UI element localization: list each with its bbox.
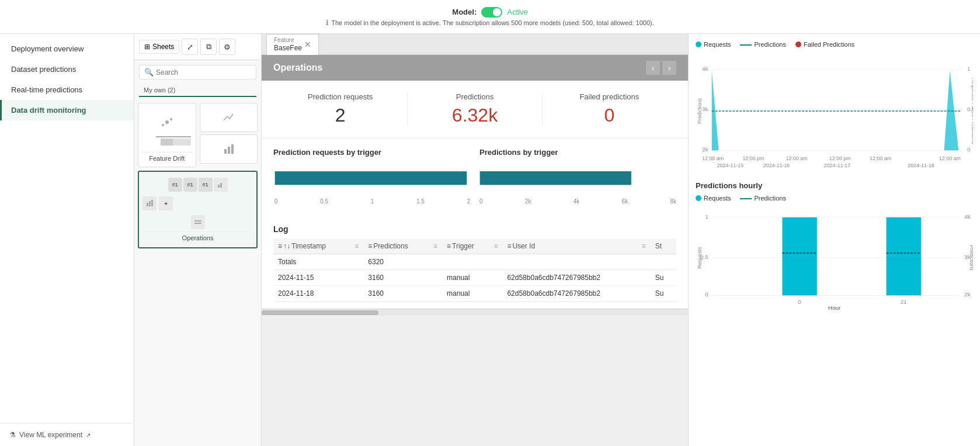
col-header-userid[interactable]: ≡ User Id ≡	[502, 238, 650, 254]
userid-col-label: User Id	[512, 242, 535, 250]
sidebar-item-realtime-predictions[interactable]: Real-time predictions	[0, 79, 134, 100]
svg-text:4k: 4k	[964, 213, 970, 220]
horizontal-scrollbar[interactable]	[262, 309, 688, 316]
log-totals-row: Totals 6320	[273, 254, 676, 270]
charts-section: Prediction requests by trigger 00.511.52…	[262, 139, 688, 217]
move-icon-btn[interactable]: ⤢	[182, 39, 198, 55]
sheet-card-operations[interactable]: #1 #1 #1	[138, 171, 258, 248]
status-col-label: St	[655, 242, 662, 250]
col-menu-uid[interactable]: ≡	[642, 242, 646, 250]
scrollbar-thumb[interactable]	[262, 310, 378, 315]
hourly-legend: Requests Predictions	[696, 195, 973, 202]
hourly-svg: 1 0.5 0 4k 3k 2k	[696, 206, 973, 312]
svg-text:2024-11-15: 2024-11-15	[717, 163, 744, 168]
col-menu-trigger[interactable]: ≡	[494, 242, 498, 250]
failed-predictions-label: Failed predictions	[554, 92, 665, 101]
svg-text:12:00 am: 12:00 am	[870, 155, 891, 161]
tab-bar: Feature BaseFee ✕	[262, 34, 688, 55]
svg-rect-14	[480, 171, 631, 185]
svg-rect-10	[151, 200, 153, 206]
col-header-predictions[interactable]: ≡ Predictions ≡	[363, 238, 442, 254]
svg-rect-4	[228, 147, 230, 154]
nav-next-button[interactable]: ›	[662, 61, 676, 75]
svg-rect-3	[224, 149, 227, 154]
operations-title: Operations	[273, 63, 322, 73]
col-header-trigger[interactable]: ≡ Trigger ≡	[442, 238, 502, 254]
row1-userid: 62d58b0a6cdb747267985bb2	[502, 270, 650, 286]
svg-text:2k: 2k	[702, 146, 708, 153]
sheets-grid: Feature Drift #1 #1	[134, 99, 261, 252]
sidebar-item-deployment-overview[interactable]: Deployment overview	[0, 39, 134, 59]
sidebar-item-data-drift-monitoring[interactable]: Data drift monitoring	[0, 100, 134, 120]
predictions-by-trigger-chart: Predictions by trigger 02k4k6k8k	[479, 148, 676, 208]
col-menu-pred[interactable]: ≡	[433, 242, 437, 250]
time-series-chart: 4k 3k 2k 1 0.5 0 12:00 am 12:00 pm 12:00	[696, 53, 973, 170]
time-series-svg: 4k 3k 2k 1 0.5 0 12:00 am 12:00 pm 12:00	[696, 53, 973, 170]
mini-icon-hash1: #1	[168, 178, 182, 192]
row2-timestamp: 2024-11-18	[273, 286, 363, 302]
top-bar: Model: Active ℹ The model in the deploym…	[0, 0, 980, 34]
row2-status: Su	[651, 286, 676, 302]
metric-predictions: Predictions 6.32k	[408, 92, 542, 126]
model-label: Model:	[452, 8, 477, 16]
row2-trigger: manual	[442, 286, 502, 302]
sheet-card-feature-drift[interactable]: Feature Drift	[138, 103, 196, 167]
sheet-card-small-1[interactable]	[200, 103, 258, 132]
tab-basefee-label: BaseFee	[274, 44, 302, 52]
settings-icon-btn[interactable]: ⚙	[219, 39, 235, 55]
active-status: Active	[507, 8, 527, 16]
col-header-status[interactable]: St	[651, 238, 676, 254]
totals-predictions: 6320	[363, 254, 442, 270]
svg-text:12:00 am: 12:00 am	[786, 155, 808, 161]
duplicate-icon-btn[interactable]: ⧉	[200, 39, 217, 55]
feature-basefee-tab[interactable]: Feature BaseFee ✕	[266, 34, 319, 55]
sheets-button[interactable]: ⊞ Sheets	[139, 40, 179, 54]
svg-rect-46	[782, 217, 816, 296]
trigger-col-label: Trigger	[452, 242, 474, 250]
svg-text:12:00 am: 12:00 am	[939, 155, 961, 161]
tab-feature-label: Feature	[274, 37, 302, 44]
view-ml-experiment-link[interactable]: ⚗ View ML experiment ↗	[0, 423, 134, 446]
row2-predictions: 3160	[363, 286, 442, 302]
main-content: Feature BaseFee ✕ Operations ‹ › Predict…	[262, 34, 688, 446]
svg-rect-6	[218, 185, 220, 188]
requests-legend-dot	[696, 42, 701, 47]
svg-text:2024-11-17: 2024-11-17	[824, 163, 851, 168]
metric-failed-predictions: Failed predictions 0	[543, 92, 676, 126]
operations-header: Operations ‹ ›	[262, 55, 688, 81]
nav-prev-button[interactable]: ‹	[646, 61, 660, 75]
svg-text:0: 0	[798, 299, 801, 305]
svg-rect-11	[194, 220, 201, 222]
hourly-chart: 1 0.5 0 4k 3k 2k	[696, 206, 973, 312]
search-input[interactable]	[156, 68, 251, 77]
log-section: Log ≡ ↑↓ Timestamp ≡	[262, 217, 688, 309]
failed-predictions-value: 0	[554, 105, 665, 126]
hourly-legend-requests: Requests	[696, 195, 731, 202]
svg-rect-47	[887, 217, 921, 296]
search-box[interactable]: 🔍	[139, 65, 256, 79]
hourly-requests-dot	[696, 195, 701, 201]
sheet-card-small-2[interactable]	[200, 134, 258, 164]
nav-arrows: ‹ ›	[646, 61, 676, 75]
col-header-timestamp[interactable]: ≡ ↑↓ Timestamp ≡	[273, 238, 363, 254]
svg-text:21: 21	[901, 299, 907, 305]
requests-legend-label: Requests	[704, 41, 731, 48]
hourly-legend-predictions: Predictions	[740, 195, 786, 202]
svg-text:4k: 4k	[702, 65, 708, 72]
menu-icon-pred: ≡	[368, 242, 372, 250]
hourly-requests-label: Requests	[704, 195, 731, 202]
totals-label: Totals	[273, 254, 363, 270]
sidebar-item-dataset-predictions[interactable]: Dataset predictions	[0, 59, 134, 79]
svg-text:12:00 am: 12:00 am	[702, 155, 724, 161]
mini-icon-puzzle: ✦	[159, 196, 173, 210]
svg-text:Requests: Requests	[697, 247, 703, 269]
col-menu-ts[interactable]: ≡	[355, 242, 359, 250]
sheet-card-operations-label: Operations	[143, 231, 253, 244]
tab-close-icon[interactable]: ✕	[304, 40, 311, 49]
sheets-toolbar: ⊞ Sheets ⤢ ⧉ ⚙	[134, 34, 261, 60]
model-toggle[interactable]	[481, 7, 502, 18]
svg-text:2k: 2k	[964, 291, 970, 298]
mini-icon-hash2: #1	[183, 178, 197, 192]
sheets-label: Sheets	[152, 43, 174, 51]
log-row-1: 2024-11-15 3160 manual 62d58b0a6cdb74726…	[273, 270, 676, 286]
